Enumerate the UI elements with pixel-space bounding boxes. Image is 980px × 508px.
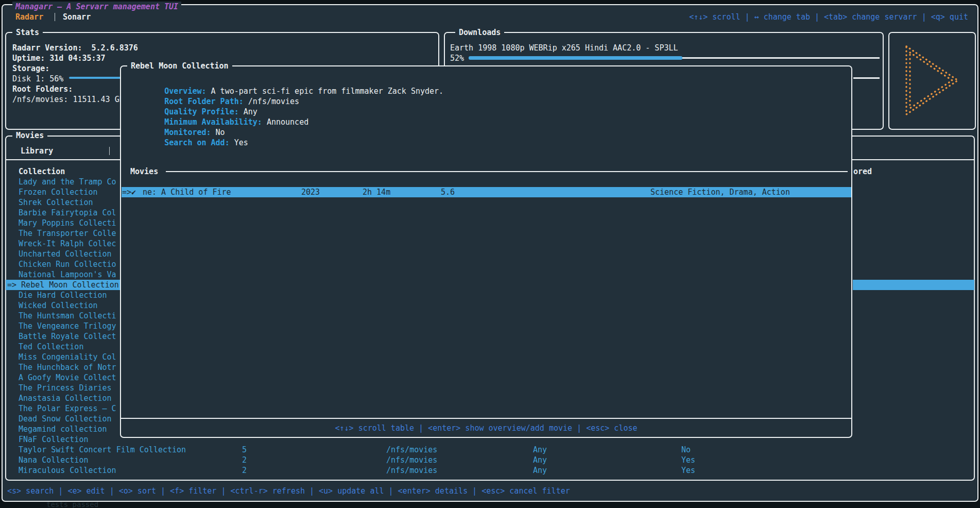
modal-movie-row-selected[interactable]: => ✔ ne: A Child of Fire 2023 2h 14m 5.6… [122, 187, 851, 197]
collection-list-item[interactable]: The Polar Express – C [19, 403, 116, 414]
selected-collection-label: => Rebel Moon Collection [7, 280, 119, 290]
collection-table-row[interactable]: Taylor Swift Concert Film Collection 5 /… [0, 445, 980, 455]
cell-collection-name: Miraculous Collection [19, 465, 116, 476]
modal-title: Rebel Moon Collection [127, 61, 232, 71]
modal-field-row: Root Folder Path: /nfs/movies [127, 86, 299, 96]
stats-storage-label: Storage: [12, 63, 49, 74]
modal-field-value: Announced [262, 117, 308, 127]
cell-monitored: Yes [681, 455, 695, 465]
collection-list-item[interactable]: The Hunchback of Notr [19, 362, 116, 372]
collection-list-item[interactable]: The Vengeance Trilogy [19, 321, 116, 331]
modal-footer-rule [121, 418, 851, 419]
modal-table-title: Movies [130, 166, 158, 177]
modal-field-value: Yes [230, 138, 248, 147]
monitored-column-header-partial: ored [853, 166, 872, 177]
stats-uptime-value: 31d 04:35:37 [45, 54, 105, 63]
collection-list-item[interactable]: A Goofy Movie Collect [19, 372, 116, 383]
cell-movie-genres: Science Fiction, Drama, Action [650, 187, 790, 197]
bottom-help-bar: <s> search | <e> edit | <o> sort | <f> f… [7, 486, 570, 496]
cell-monitored: Yes [681, 465, 695, 476]
collection-list-item[interactable]: The Princess Diaries [19, 383, 112, 393]
cell-movie-runtime: 2h 14m [363, 187, 390, 197]
stats-root-folder-value: /nfs/movies: 11511.43 GB [12, 94, 124, 105]
modal-table-title-rule [166, 171, 848, 172]
collection-list-item[interactable]: Shrek Collection [19, 197, 93, 208]
cell-movie-title: ne: A Child of Fire [143, 187, 231, 197]
modal-field-row: Quality Profile: Any [127, 96, 257, 107]
tab-divider [55, 13, 55, 21]
stats-uptime-label: Uptime: [12, 54, 45, 63]
collection-list-item[interactable]: Battle Royale Collect [19, 331, 116, 342]
cell-quality-profile: Any [533, 455, 547, 465]
collection-list-item[interactable]: Anastasia Collection [19, 393, 112, 403]
cell-movie-count: 2 [242, 465, 247, 476]
managarr-tui-screen: tests passed Managarr – A Servarr manage… [0, 0, 980, 508]
stats-version-label: Radarr Version: [12, 43, 82, 53]
collection-list-item[interactable]: Lady and the Tramp Co [19, 177, 116, 187]
collection-list-item[interactable]: National Lampoon's Va [19, 269, 116, 280]
collection-list-item[interactable]: Barbie Fairytopia Col [19, 208, 116, 218]
cell-movie-count: 5 [242, 445, 247, 455]
cell-movie-count: 2 [242, 455, 247, 465]
collection-list-item[interactable]: Miss Congeniality Col [19, 352, 116, 362]
collection-table-row[interactable]: Nana Collection 2 /nfs/movies Any Yes [0, 455, 980, 465]
movies-panel-title: Movies [12, 130, 47, 141]
tab-sonarr[interactable]: Sonarr [63, 12, 91, 22]
download-percent-label: 52% [450, 53, 464, 63]
collection-list-item[interactable]: Wicked Collection [19, 300, 98, 311]
modal-help-bar: <↑↓> scroll table | <enter> show overvie… [120, 423, 852, 433]
collection-list-item[interactable]: The Transporter Colle [19, 228, 116, 239]
downloads-panel-title: Downloads [455, 27, 504, 38]
modal-field-row: Search on Add: Yes [127, 127, 248, 138]
modal-field-row: Monitored: No [127, 117, 225, 127]
cell-movie-year: 2023 [301, 187, 320, 197]
collection-list-item[interactable]: Ted Collection [19, 342, 83, 352]
collections-column-header: Collection [19, 166, 65, 177]
collection-list-item[interactable]: The Huntsman Collecti [19, 311, 116, 321]
stats-panel-title: Stats [12, 27, 43, 38]
collection-list-item[interactable]: Mary Poppins Collecti [19, 218, 116, 228]
cell-collection-name: Nana Collection [19, 455, 88, 465]
app-title: Managarr – A Servarr management TUI [12, 2, 181, 12]
cell-root-folder-path: /nfs/movies [386, 445, 437, 455]
cell-collection-name: Taylor Swift Concert Film Collection [19, 445, 186, 455]
download-progress-bar [469, 56, 682, 60]
collection-list-item[interactable]: FNaF Collection [19, 434, 88, 445]
movies-tab-divider [109, 147, 110, 155]
collection-list-item[interactable]: Die Hard Collection [19, 290, 107, 300]
cell-monitored: No [681, 445, 691, 455]
stats-root-folders-label: Root Folders: [12, 84, 73, 94]
monitored-check-icon: ✔ [131, 187, 136, 197]
cell-quality-profile: Any [533, 465, 547, 476]
cell-root-folder-path: /nfs/movies [386, 465, 437, 476]
modal-field-label: Search on Add: [164, 138, 229, 147]
selection-arrow: => [122, 187, 131, 197]
cell-root-folder-path: /nfs/movies [386, 455, 437, 465]
download-item-name: Earth 1998 1080p WEBRip x265 Hindi AAC2.… [450, 43, 678, 53]
stats-disk-label: Disk 1: 56% [12, 74, 63, 84]
modal-field-row: Overview: A two-part sci-fi epic from fi… [127, 76, 443, 86]
managarr-play-logo-icon [900, 41, 965, 120]
collection-list-item[interactable]: Dead Snow Collection [19, 414, 112, 424]
collection-list-item[interactable]: Uncharted Collection [19, 249, 112, 259]
tab-radarr[interactable]: Radarr [15, 12, 43, 22]
collection-list-item[interactable]: Megamind collection [19, 424, 107, 434]
collection-list-item[interactable]: Chicken Run Collectio [19, 259, 116, 269]
cell-movie-imdb: 5.6 [441, 187, 455, 197]
collection-list-item[interactable]: Frozen Collection [19, 187, 98, 197]
download-progress-track-2 [853, 77, 880, 79]
tab-library[interactable]: Library [21, 146, 53, 156]
stats-version-value: 5.2.6.8376 [82, 43, 137, 53]
selected-collection-row[interactable]: => Rebel Moon Collection [6, 280, 120, 290]
top-help-bar: <↑↓> scroll | ↔ change tab | <tab> chang… [689, 12, 968, 22]
collection-table-row[interactable]: Miraculous Collection 2 /nfs/movies Any … [0, 465, 980, 476]
modal-field-row: Minimum Availability: Announced [127, 107, 308, 117]
cell-quality-profile: Any [533, 445, 547, 455]
collection-list-item[interactable]: Wreck-It Ralph Collec [19, 239, 116, 249]
selected-collection-row-right-segment [853, 280, 974, 290]
